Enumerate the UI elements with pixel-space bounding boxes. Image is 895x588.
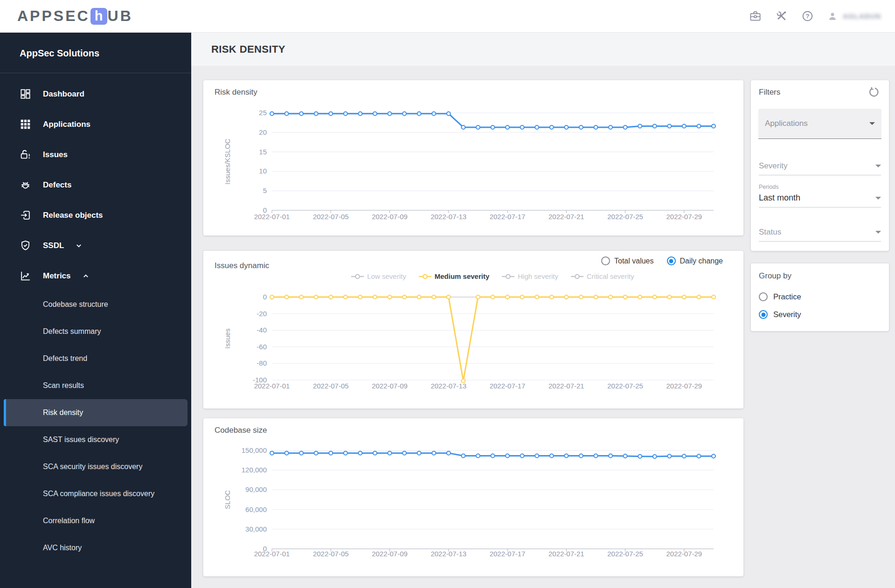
svg-text:2022-07-05: 2022-07-05	[313, 213, 349, 221]
reset-filters-button[interactable]	[867, 86, 881, 99]
sidebar-subitem-sast-issues-discovery[interactable]: SAST issues discovery	[4, 426, 187, 453]
svg-text:30,000: 30,000	[245, 525, 267, 533]
sidebar-subitem-avc-history[interactable]: AVC history	[4, 534, 187, 561]
group-by-panel: Group by Practice Severity	[751, 263, 889, 331]
svg-text:-40: -40	[257, 326, 267, 334]
svg-text:2022-07-29: 2022-07-29	[666, 382, 702, 390]
sidebar-item-issues[interactable]: Issues	[0, 139, 191, 170]
help-icon[interactable]: ?	[801, 10, 814, 23]
chevron-down-icon	[869, 122, 875, 125]
user-menu[interactable]: AGLADUN	[827, 11, 881, 22]
sidebar-subitem-scan-results[interactable]: Scan results	[4, 372, 187, 399]
svg-text:2022-07-13: 2022-07-13	[430, 550, 466, 558]
sidebar-subitem-correlation-flow[interactable]: Correlation flow	[4, 507, 187, 534]
chevron-down-icon	[74, 241, 83, 250]
user-icon	[827, 11, 838, 22]
svg-text:2022-07-29: 2022-07-29	[666, 550, 702, 558]
sidebar-item-ssdl[interactable]: SSDL	[0, 230, 191, 261]
sidebar-item-defects[interactable]: Defects	[0, 170, 191, 200]
svg-text:2022-07-09: 2022-07-09	[372, 213, 408, 221]
briefcase-icon[interactable]	[749, 10, 762, 23]
group-by-practice[interactable]: Practice	[759, 292, 801, 301]
svg-text:0: 0	[263, 293, 267, 301]
group-by-severity[interactable]: Severity	[759, 310, 801, 319]
sidebar-subitem-sca-compliance-issues-discovery[interactable]: SCA compliance issues discovery	[4, 480, 187, 507]
radio-unchecked-icon	[759, 292, 768, 301]
svg-text:2022-07-25: 2022-07-25	[607, 213, 643, 221]
app-root: APPSEChUB	[0, 0, 895, 588]
chevron-down-icon	[875, 197, 881, 200]
sidebar-nav: Dashboard Applications	[0, 73, 191, 561]
tools-icon[interactable]	[775, 10, 788, 23]
apps-grid-icon	[20, 118, 32, 131]
app-logo[interactable]: APPSEChUB	[17, 7, 133, 25]
svg-text:25: 25	[259, 109, 267, 117]
severity-select[interactable]: Severity	[759, 161, 881, 175]
unlock-alert-icon	[20, 149, 32, 161]
svg-text:?: ?	[805, 13, 809, 20]
svg-text:-60: -60	[257, 343, 267, 351]
svg-text:2022-07-17: 2022-07-17	[490, 550, 526, 558]
filters-panel: Filters Applications Severity Periods La…	[751, 80, 889, 251]
svg-text:90,000: 90,000	[245, 485, 267, 493]
svg-text:2022-07-17: 2022-07-17	[490, 382, 526, 390]
svg-text:60,000: 60,000	[245, 505, 267, 513]
periods-caption: Periods	[759, 184, 778, 190]
svg-text:Issues/KSLOC: Issues/KSLOC	[223, 138, 231, 185]
svg-text:2022-07-25: 2022-07-25	[607, 550, 643, 558]
svg-text:2022-07-09: 2022-07-09	[372, 382, 408, 390]
svg-text:-20: -20	[257, 310, 267, 318]
svg-text:2022-07-13: 2022-07-13	[430, 213, 466, 221]
chevron-down-icon	[875, 165, 881, 167]
logo-text-post: UB	[108, 7, 133, 25]
periods-select[interactable]: Last month	[759, 193, 881, 208]
svg-text:10: 10	[259, 167, 267, 175]
sidebar-subitem-sca-security-issues-discovery[interactable]: SCA security issues discovery	[4, 453, 187, 480]
username-label: AGLADUN	[843, 12, 881, 20]
sidebar-subitem-risk-density[interactable]: Risk density	[4, 399, 187, 426]
svg-text:2022-07-29: 2022-07-29	[666, 213, 702, 221]
group-by-title: Group by	[759, 271, 791, 281]
issues-dynamic-chart: 0-20-40-60-80-1002022-07-012022-07-05202…	[203, 251, 743, 408]
bug-icon	[20, 179, 32, 191]
radio-checked-icon	[759, 310, 768, 319]
svg-text:2022-07-25: 2022-07-25	[607, 382, 643, 390]
svg-text:2022-07-09: 2022-07-09	[372, 550, 408, 558]
page-title: RISK DENSITY	[211, 43, 285, 55]
sidebar-item-release-objects[interactable]: Release objects	[0, 200, 191, 230]
svg-text:150,000: 150,000	[242, 446, 267, 454]
svg-text:2022-07-21: 2022-07-21	[548, 213, 584, 221]
codebase-size-chart: 030,00060,00090,000120,000150,0002022-07…	[203, 418, 743, 576]
svg-text:2022-07-05: 2022-07-05	[313, 382, 349, 390]
metrics-chart-icon	[20, 270, 32, 282]
issues-dynamic-chart-card: Issues dynamic Total values Daily change…	[203, 251, 743, 408]
release-box-icon	[20, 209, 32, 221]
status-select[interactable]: Status	[759, 228, 881, 242]
applications-select[interactable]: Applications	[758, 109, 881, 139]
svg-text:2022-07-01: 2022-07-01	[254, 213, 290, 221]
codebase-size-chart-card: Codebase size 030,00060,00090,000120,000…	[203, 418, 743, 576]
svg-text:2022-07-17: 2022-07-17	[490, 213, 526, 221]
sidebar-title: AppSec Solutions	[0, 33, 191, 73]
svg-text:20: 20	[259, 128, 267, 136]
svg-text:-80: -80	[257, 359, 267, 367]
header-actions: ? AGLADUN	[749, 10, 881, 23]
svg-text:2022-07-01: 2022-07-01	[254, 550, 290, 558]
svg-text:5: 5	[263, 187, 267, 194]
dashboard-icon	[20, 88, 32, 100]
top-header: APPSEChUB	[0, 0, 895, 33]
sidebar-subitem-codebase-structure[interactable]: Codebase structure	[4, 291, 187, 318]
sidebar-item-applications[interactable]: Applications	[0, 109, 191, 139]
sidebar-item-dashboard[interactable]: Dashboard	[0, 79, 191, 109]
svg-text:Issues: Issues	[223, 328, 231, 348]
sidebar-item-metrics[interactable]: Metrics	[0, 261, 191, 291]
chevron-up-icon	[81, 271, 90, 281]
sidebar-subitem-defects-trend[interactable]: Defects trend	[4, 345, 187, 372]
svg-text:2022-07-01: 2022-07-01	[254, 382, 290, 390]
sidebar: AppSec Solutions Dashboard	[0, 33, 191, 588]
filters-title: Filters	[759, 88, 780, 97]
svg-text:2022-07-05: 2022-07-05	[313, 550, 349, 558]
sidebar-subitem-defects-summary[interactable]: Defects summary	[4, 318, 187, 345]
svg-text:SLOC: SLOC	[223, 490, 231, 509]
risk-density-chart-card: Risk density 05101520252022-07-012022-07…	[203, 80, 743, 235]
